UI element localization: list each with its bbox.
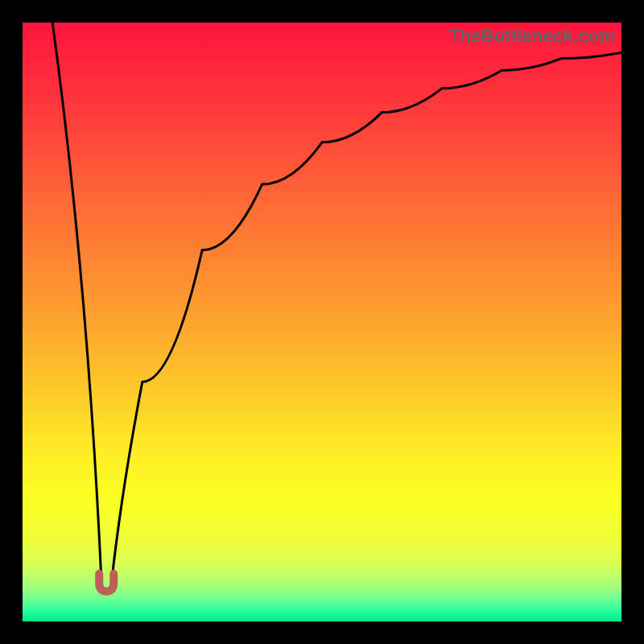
chart-plot-area: TheBottleneck.com [23, 23, 621, 621]
chart-background [23, 23, 621, 621]
chart-frame: TheBottleneck.com [0, 0, 644, 644]
attribution-label: TheBottleneck.com [449, 26, 615, 47]
chart-svg [23, 23, 621, 621]
